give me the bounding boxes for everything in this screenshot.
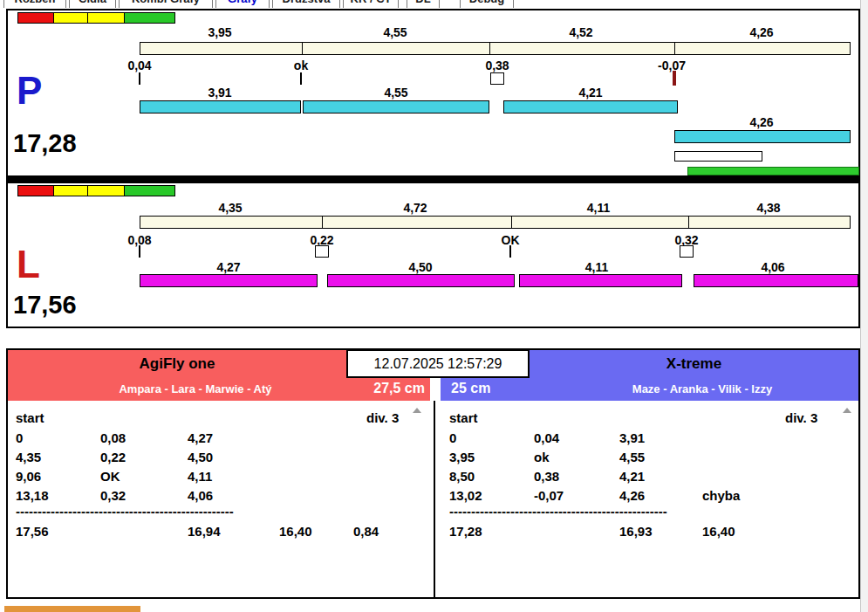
rerun-bar-green	[687, 167, 859, 175]
team-right-name: X-treme	[530, 350, 858, 377]
run-time-label: 4,21	[578, 86, 602, 100]
table-cell: 4,21	[619, 469, 645, 484]
fault-tick	[673, 71, 676, 86]
table-cell: 4,27	[188, 430, 213, 445]
tab-druzstva[interactable]: Družstva	[272, 0, 340, 8]
table-cell: 0	[16, 430, 23, 445]
tab-kr-ct[interactable]: KR / ČT	[343, 0, 399, 8]
tab-rozbeh[interactable]: Rozběh	[3, 0, 66, 8]
status-light-green	[124, 185, 175, 196]
change-checkbox[interactable]	[315, 245, 329, 258]
table-cell: 0,32	[100, 488, 126, 503]
tab-bar: Rozběh Čidla Kombi Grafy Grafy Družstva …	[3, 0, 858, 8]
tab-cidla[interactable]: Čidla	[69, 0, 116, 8]
run-time-label: 4,06	[761, 260, 784, 274]
run-bar	[503, 100, 678, 113]
table-cell: 0,04	[534, 430, 559, 445]
change-time-label: -0,07	[658, 58, 686, 72]
split-time-label: 4,11	[587, 201, 610, 215]
change-time-label: 0,04	[127, 58, 151, 72]
change-tick	[300, 72, 302, 85]
split-time-label: 3,95	[208, 25, 231, 39]
lane-p-total: 17,28	[13, 131, 77, 155]
splits-bar	[140, 42, 851, 55]
team-left-subheader: Ampara - Lara - Marwie - Atý 27,5 cm	[8, 377, 430, 401]
status-light-green	[124, 12, 175, 24]
table-cell: 9,06	[16, 469, 41, 484]
change-checkbox[interactable]	[680, 245, 694, 258]
scoreboard-panel: AgiFly one X-treme Ampara - Lara - Marwi…	[6, 348, 860, 599]
table-cell: 3,91	[619, 430, 645, 445]
table-cell: 0	[449, 430, 456, 445]
split-time-label: 4,38	[756, 201, 780, 215]
division-label: div. 3	[366, 410, 399, 425]
table-separator: ----------------------------------------…	[16, 504, 234, 519]
total-cell: 16,93	[619, 524, 653, 539]
status-light-yellow-1	[53, 185, 88, 196]
results-left: start div. 3 0 0,08 4,27 4,35 0,22 4,50 …	[8, 401, 434, 597]
status-light-red	[17, 12, 54, 24]
split-time-label: 4,55	[383, 25, 407, 39]
total-cell: 0,84	[353, 524, 379, 539]
split-time-label: 4,35	[218, 201, 242, 215]
division-label: div. 3	[785, 410, 817, 425]
lane-letter-p: P	[17, 73, 42, 108]
table-cell: ok	[534, 450, 550, 464]
table-cell: 4,06	[188, 488, 213, 503]
team-left-height: 27,5 cm	[373, 381, 425, 396]
table-cell: 13,02	[449, 488, 482, 503]
tab-kombi-grafy[interactable]: Kombi Grafy	[119, 0, 213, 8]
table-cell: OK	[100, 469, 120, 484]
split-divider	[489, 43, 490, 54]
table-cell: 4,11	[188, 469, 212, 484]
team-left-header: AgiFly one	[8, 350, 346, 377]
table-cell: 4,26	[619, 488, 645, 503]
status-light-yellow-2	[87, 12, 125, 24]
taskbar-fragment	[4, 606, 140, 612]
tab-row: Rozběh Čidla Kombi Grafy Grafy Družstva …	[3, 0, 858, 8]
tab-dl[interactable]: DL	[407, 0, 440, 8]
run-time-label: 4,26	[749, 115, 773, 129]
run-bar	[694, 274, 858, 287]
window-right-strip[interactable]	[860, 0, 868, 612]
table-cell: 13,18	[16, 488, 49, 503]
change-time-label: ok	[294, 58, 308, 72]
run-bar	[327, 274, 515, 287]
rerun-bar-outline	[674, 151, 762, 162]
run-time-label: 4,27	[216, 260, 240, 274]
lane-l-total: 17,56	[13, 292, 77, 317]
total-cell: 17,28	[449, 524, 482, 539]
split-divider	[674, 43, 675, 54]
change-checkbox[interactable]	[490, 72, 504, 85]
total-cell: 16,94	[188, 524, 221, 539]
table-cell: 4,35	[16, 450, 41, 464]
split-divider	[302, 43, 303, 54]
total-cell: 16,40	[279, 524, 312, 539]
splits-bar	[140, 216, 851, 229]
start-label: start	[449, 410, 478, 425]
team-right-height: 25 cm	[451, 381, 490, 396]
tab-debug[interactable]: Debug	[460, 0, 514, 8]
run-bar	[140, 274, 318, 287]
status-light-yellow-2	[87, 185, 125, 196]
split-time-label: 4,72	[403, 201, 427, 215]
run-time-label: 3,91	[208, 86, 231, 100]
change-time-label: 0,38	[485, 58, 509, 72]
status-light-red	[17, 185, 54, 196]
team-right-dogs: Maze - Aranka - Vilik - Izzy	[632, 382, 772, 395]
total-cell: 16,40	[702, 524, 735, 539]
results-right: start div. 3 0 0,04 3,91 3,95 ok 4,55 8,…	[435, 401, 858, 597]
run-time-label: 4,55	[384, 86, 407, 100]
change-tick	[509, 245, 511, 258]
table-separator: ----------------------------------------…	[449, 504, 667, 519]
split-divider	[688, 217, 689, 228]
table-cell: 0,22	[100, 450, 126, 464]
table-cell: -0,07	[534, 488, 564, 503]
run-bar	[140, 100, 301, 113]
tab-grafy[interactable]: Grafy	[215, 0, 270, 8]
lane-l-panel: 4,35 4,72 4,11 4,38 0,08 0,22 OK 0,32 L …	[6, 182, 860, 328]
table-cell: 0,38	[534, 469, 559, 484]
team-right-subheader: 25 cm Maze - Aranka - Vilik - Izzy	[441, 377, 858, 401]
table-cell: 4,50	[188, 450, 213, 464]
start-label: start	[16, 410, 44, 425]
